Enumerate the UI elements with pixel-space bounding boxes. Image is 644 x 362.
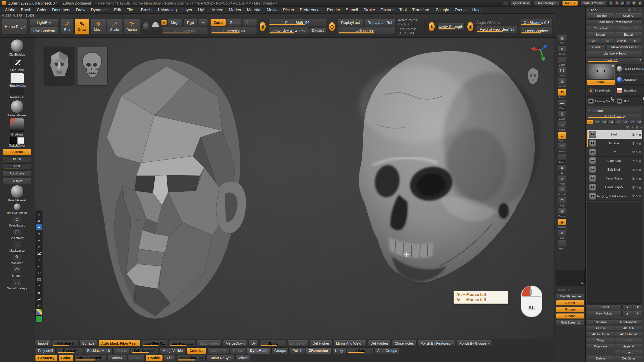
folder-up-icon[interactable]: ▲: [622, 311, 632, 316]
texture-preview[interactable]: Te: [556, 270, 585, 286]
camera-nav-head[interactable]: [524, 66, 542, 88]
bottom-control[interactable]: Flip: [164, 355, 175, 361]
version-tab[interactable]: V3: [601, 120, 608, 124]
canvas-control[interactable]: ⋮ Spose: [556, 240, 568, 250]
shelf-tool[interactable]: Rf 0: [2, 163, 32, 169]
active-tool-name[interactable]: Skull. 51: [587, 57, 636, 63]
axis-gizmo[interactable]: [529, 43, 549, 64]
bottom-control[interactable]: Polish: [290, 347, 305, 354]
bottom-control[interactable]: DynaMesh: [247, 347, 270, 354]
bottom-control[interactable]: Colorize: [187, 347, 206, 354]
canvas-control[interactable]: ▬ Floor: [556, 100, 568, 109]
shelf-tool[interactable]: ~BrushAlpha: [2, 73, 32, 87]
m-button[interactable]: M: [198, 19, 208, 26]
menu-item[interactable]: Stencil: [343, 7, 360, 13]
tool-thumbnail[interactable]: EraserBrush: [616, 85, 644, 96]
bottom-control[interactable]: DelMT: [128, 355, 144, 361]
bottom-control[interactable]: Surface: [79, 340, 97, 347]
tool-action-button[interactable]: Make PolyMesh3D: [607, 44, 642, 50]
points-vertical-slider[interactable]: [424, 20, 426, 34]
canvas-control[interactable]: ✥ Scroll: [556, 46, 568, 55]
canvas-control[interactable]: ⟳ Rotate: [556, 175, 568, 185]
move-up-icon[interactable]: ▲: [622, 304, 632, 310]
subtool-action-button[interactable]: Append: [615, 344, 642, 349]
menu-item[interactable]: Document: [50, 7, 73, 13]
menu-item[interactable]: Transform: [410, 7, 433, 13]
border-button[interactable]: Border: [556, 300, 585, 306]
menu-item[interactable]: Picker: [280, 7, 297, 13]
mode-button[interactable]: ✥ Move: [91, 19, 106, 35]
menu-item[interactable]: Edit: [111, 7, 124, 13]
shelf-tool[interactable]: ◌ MaskLasso: [2, 241, 32, 252]
tool-action-button[interactable]: Visible: [615, 38, 628, 44]
menu-item[interactable]: Help: [470, 7, 483, 13]
home-page-button[interactable]: Home Page: [2, 19, 27, 35]
layout-icon[interactable]: ◫: [620, 1, 625, 6]
interface-icon[interactable]: ▤: [609, 1, 613, 6]
menu-item[interactable]: Stroke: [361, 7, 377, 13]
Skull[interactable]: Skull ✎ ▦: [587, 130, 642, 139]
bottom-control[interactable]: Delete: [230, 347, 246, 354]
poly-icon[interactable]: ▦: [639, 160, 641, 162]
menu-item[interactable]: Brush: [18, 7, 34, 13]
shelf-tool[interactable]: ⬭ SelectLasso: [2, 216, 32, 227]
tool-thumbnail[interactable]: AlphaBrush: [616, 75, 644, 85]
paint-icon[interactable]: ✎: [636, 151, 638, 154]
pencil-icon[interactable]: ✏: [36, 237, 42, 243]
channel-a-badge[interactable]: A: [162, 20, 167, 25]
z-intensity-slider[interactable]: Z Intensity 20: [210, 27, 257, 34]
canvas-control[interactable]: ⊕ Zoom: [556, 56, 568, 66]
poly-icon[interactable]: ▦: [639, 195, 641, 198]
bottom-control[interactable]: ZRemesher: [306, 347, 331, 354]
shelf-tool[interactable]: BasicMaterialB: [2, 203, 32, 215]
canvas-control[interactable]: ◫ Proj: [556, 197, 568, 207]
subtool-action-button[interactable]: AutoReorder: [615, 320, 642, 325]
menu-item[interactable]: Zscript: [452, 7, 469, 13]
version-tab[interactable]: V8: [636, 120, 642, 124]
marker-icon[interactable]: ✐: [36, 244, 42, 250]
mrgb-button[interactable]: Mrgb: [168, 19, 183, 26]
visibility-eye-icon[interactable]: [632, 177, 635, 180]
subtool-section-header[interactable]: ▼ Subtool: [587, 108, 642, 113]
crease-button[interactable]: Crease: [556, 313, 585, 319]
menu-item[interactable]: Zplugin: [433, 7, 452, 13]
Merged_Skull-decimation2_5[interactable]: Merged_Skull-decimation2_5 ✎ ▦: [587, 192, 642, 201]
dot-icon[interactable]: •: [36, 263, 42, 269]
tool-action-button[interactable]: Load Tools From Project: [587, 19, 642, 25]
subtool-action-button[interactable]: Paste: [615, 338, 642, 343]
canvas-control[interactable]: ✢ Move: [556, 154, 568, 163]
mask-by-feature-button[interactable]: MaskByFeature: [556, 294, 585, 299]
subtool-action-button[interactable]: Delete: [587, 356, 614, 361]
bottom-control[interactable]: SDiv 1: [260, 340, 286, 347]
tool-thumbnail[interactable]: PM3D_Sphere3D: [616, 64, 644, 74]
alpha-picker-icon[interactable]: [152, 22, 159, 32]
screenshot-icon[interactable]: ◙: [36, 290, 42, 296]
bottom-control[interactable]: Close Holes: [392, 340, 416, 347]
replay-last-rel-button[interactable]: ReplayLastRel: [364, 19, 395, 26]
tool-thumbnail[interactable]: 8 Skull: [616, 96, 644, 106]
palette-config-icon[interactable]: ◩: [632, 1, 636, 6]
green-swatch[interactable]: [36, 316, 42, 322]
bottom-control[interactable]: MergeDown: [223, 340, 247, 347]
split-screen-slider[interactable]: Split Screen 1: [556, 320, 585, 325]
undo-icon[interactable]: ↶: [36, 270, 42, 276]
draw-size-slider[interactable]: Draw Size 41.42062: [268, 27, 309, 34]
all-paint-icon[interactable]: ✎: [631, 126, 633, 129]
subtool-action-button[interactable]: Duplicate: [587, 344, 614, 349]
mode-button[interactable]: ⟳ Rotate: [123, 19, 140, 35]
collapse-panel-icon[interactable]: «: [587, 8, 589, 12]
zcut-button[interactable]: Zcut: [243, 19, 257, 26]
version-tab[interactable]: V4: [608, 120, 615, 124]
bottom-control[interactable]: Unify: [332, 347, 346, 354]
tool-action-button[interactable]: Save As: [615, 13, 642, 19]
eye-icon[interactable]: ◉: [36, 218, 42, 224]
bottom-control[interactable]: Polish By Features•: [418, 340, 455, 347]
monitor-icon[interactable]: ▣: [637, 1, 642, 6]
deep-shadow-slider[interactable]: DeepShadow: [520, 27, 553, 34]
menu-item[interactable]: Tool: [397, 7, 409, 13]
focal-shift-slider[interactable]: Focal Shift -56: [268, 19, 326, 26]
obj-shadow-slider[interactable]: ObjShadow 0.3: [520, 19, 553, 26]
subtool-action-button[interactable]: All Low: [587, 326, 614, 331]
default-zscript-button[interactable]: DefaultZScript: [580, 1, 606, 6]
visible-count-slider[interactable]: Visible Count 14: [587, 114, 642, 119]
